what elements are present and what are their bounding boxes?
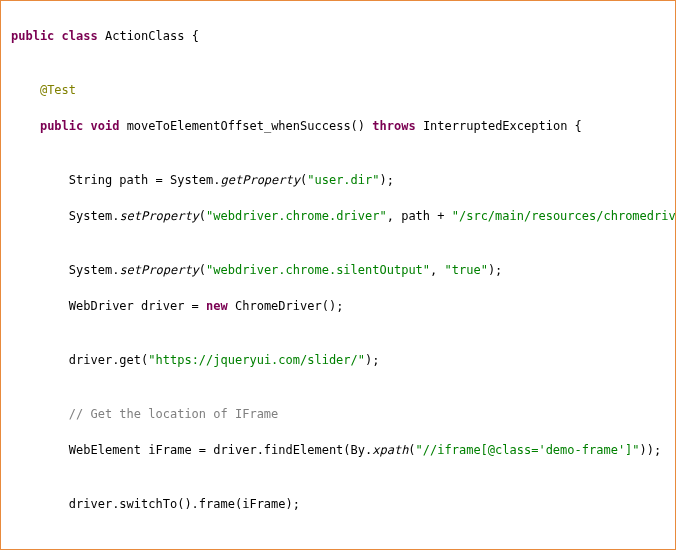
code-text: System. bbox=[69, 209, 120, 223]
code-text: driver.switchTo().frame(iFrame); bbox=[69, 497, 300, 511]
method-call: getProperty bbox=[221, 173, 300, 187]
method-call: setProperty bbox=[119, 209, 198, 223]
string-literal: "//iframe[@class='demo-frame']" bbox=[416, 443, 640, 457]
comment: // Get the location of IFrame bbox=[69, 407, 279, 421]
code-text: ); bbox=[365, 353, 379, 367]
annotation-test: @Test bbox=[40, 83, 76, 97]
keyword-throws: throws bbox=[372, 119, 415, 133]
method-name: moveToElementOffset_whenSuccess bbox=[127, 119, 351, 133]
keyword-public: public bbox=[11, 29, 54, 43]
class-ref: ChromeDriver bbox=[235, 299, 322, 313]
code-text: , path + bbox=[387, 209, 452, 223]
code-text: ); bbox=[488, 263, 502, 277]
code-text: , bbox=[430, 263, 444, 277]
code-text: System. bbox=[69, 263, 120, 277]
class-name: ActionClass bbox=[105, 29, 184, 43]
exception-type: InterruptedException bbox=[423, 119, 568, 133]
string-literal: "webdriver.chrome.silentOutput" bbox=[206, 263, 430, 277]
string-literal: "true" bbox=[445, 263, 488, 277]
brace: { bbox=[567, 119, 581, 133]
string-literal: "/src/main/resources/chromedriver" bbox=[452, 209, 676, 223]
code-text: String path = System. bbox=[69, 173, 221, 187]
method-call: xpath bbox=[372, 443, 408, 457]
string-literal: "https://jqueryui.com/slider/" bbox=[148, 353, 365, 367]
code-text: WebElement iFrame = driver.findElement(B… bbox=[69, 443, 372, 457]
string-literal: "webdriver.chrome.driver" bbox=[206, 209, 387, 223]
code-text: driver.get( bbox=[69, 353, 148, 367]
keyword-public: public bbox=[40, 119, 83, 133]
code-text: ); bbox=[379, 173, 393, 187]
code-editor: public class ActionClass { @Test public … bbox=[0, 0, 676, 550]
brace: { bbox=[184, 29, 198, 43]
keyword-class: class bbox=[62, 29, 98, 43]
keyword-void: void bbox=[91, 119, 120, 133]
code-text: WebDriver driver = bbox=[69, 299, 206, 313]
string-literal: "user.dir" bbox=[307, 173, 379, 187]
method-call: setProperty bbox=[119, 263, 198, 277]
keyword-new: new bbox=[206, 299, 228, 313]
